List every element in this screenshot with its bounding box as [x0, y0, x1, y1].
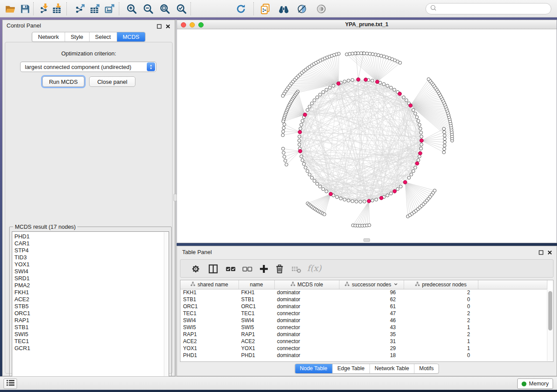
vertical-splitter-handle[interactable]	[173, 194, 177, 201]
graph-node[interactable]	[359, 200, 362, 203]
graph-node[interactable]	[343, 80, 346, 83]
graph-node[interactable]	[298, 143, 301, 146]
close-panel-icon[interactable]	[166, 23, 170, 31]
graph-node[interactable]	[371, 199, 374, 202]
graph-node[interactable]	[443, 151, 446, 154]
graph-node[interactable]	[348, 52, 351, 55]
graph-node[interactable]	[322, 90, 325, 93]
mcds-result-list[interactable]: PHD1CAR1STP4TID3YOX1SWI4SRD1PMA2FKH1ACE2…	[12, 231, 169, 385]
optimization-criterion-dropdown[interactable]: largest connected component (undirected)…	[20, 62, 156, 72]
table-row[interactable]: TEC1TEC1connector472	[180, 310, 547, 317]
memory-button[interactable]: Memory	[517, 378, 553, 389]
graph-node[interactable]	[402, 96, 405, 99]
graph-node[interactable]	[336, 196, 339, 199]
close-table-panel-icon[interactable]	[547, 249, 552, 257]
graph-mcds-node[interactable]	[420, 139, 423, 142]
sort-chevron-icon[interactable]	[394, 282, 398, 288]
float-table-panel-icon[interactable]	[539, 249, 543, 257]
search-input[interactable]	[437, 4, 551, 13]
graph-mcds-node[interactable]	[298, 130, 301, 134]
graph-node[interactable]	[315, 182, 318, 185]
mcds-result-item[interactable]: STB1	[12, 324, 169, 331]
graph-node[interactable]	[414, 112, 417, 115]
add-column-icon[interactable]	[258, 263, 270, 275]
mcds-result-item[interactable]: YOX1	[12, 261, 169, 268]
tab-mcds[interactable]: MCDS	[117, 32, 145, 41]
import-network-icon[interactable]	[38, 3, 50, 15]
mcds-result-item[interactable]: RAP1	[12, 317, 169, 324]
table-row[interactable]: YOX1YOX1connector291	[180, 345, 547, 352]
graph-node[interactable]	[443, 131, 446, 134]
select-all-checks-icon[interactable]	[225, 263, 236, 275]
tab-motifs[interactable]: Motifs	[414, 364, 438, 373]
graph-node[interactable]	[323, 213, 326, 216]
clone-network-icon[interactable]	[259, 3, 271, 15]
graph-node[interactable]	[310, 176, 313, 179]
graph-node[interactable]	[308, 173, 311, 176]
graph-node[interactable]	[443, 141, 446, 144]
search-box[interactable]	[426, 3, 551, 14]
graph-node[interactable]	[308, 105, 311, 108]
zoom-in-icon[interactable]	[126, 3, 138, 15]
close-panel-button[interactable]: Close panel	[89, 76, 135, 87]
window-zoom-button[interactable]	[198, 22, 204, 28]
tab-network[interactable]: Network	[32, 32, 65, 41]
graph-node[interactable]	[414, 166, 417, 169]
graph-node[interactable]	[420, 135, 423, 138]
mcds-result-item[interactable]: FKH1	[12, 289, 169, 296]
clear-checks-icon[interactable]	[242, 263, 253, 275]
horizontal-splitter-handle[interactable]	[363, 238, 370, 242]
graph-node[interactable]	[283, 155, 286, 158]
graph-mcds-node[interactable]	[367, 199, 370, 203]
graph-mcds-node[interactable]	[303, 113, 307, 117]
graph-node[interactable]	[443, 148, 446, 151]
graph-mcds-node[interactable]	[329, 192, 332, 196]
graph-node[interactable]	[306, 169, 309, 172]
mcds-result-item[interactable]: SRD1	[12, 275, 169, 282]
graph-node[interactable]	[420, 143, 423, 146]
graph-mcds-node[interactable]	[415, 162, 419, 165]
graph-node[interactable]	[306, 108, 309, 111]
graph-node[interactable]	[282, 130, 285, 133]
graph-mcds-node[interactable]	[398, 92, 401, 96]
tab-style[interactable]: Style	[65, 32, 89, 41]
graph-node[interactable]	[343, 198, 346, 201]
table-row[interactable]: ACE2ACE2connector311	[180, 338, 547, 345]
tab-network-table[interactable]: Network Table	[370, 364, 414, 373]
graph-node[interactable]	[427, 78, 430, 81]
graph-node[interactable]	[304, 166, 307, 169]
graph-node[interactable]	[368, 224, 371, 227]
graph-node[interactable]	[301, 158, 304, 162]
delete-column-icon[interactable]	[274, 263, 285, 275]
graph-node[interactable]	[282, 151, 285, 154]
graph-node[interactable]	[283, 123, 286, 126]
table-row[interactable]: FKH1FKH1dominator962	[180, 289, 547, 296]
graph-node[interactable]	[419, 147, 422, 150]
graph-node[interactable]	[417, 119, 420, 122]
graph-node[interactable]	[386, 84, 389, 87]
settings-gear-icon[interactable]	[190, 263, 201, 275]
graph-node[interactable]	[419, 127, 422, 130]
tab-node-table[interactable]: Node Table	[295, 364, 332, 373]
column-header-predecessor-nodes[interactable]: predecessor nodes	[404, 280, 478, 289]
graph-node[interactable]	[418, 123, 421, 126]
graph-node[interactable]	[363, 200, 366, 203]
graph-node[interactable]	[282, 120, 285, 123]
column-header-name[interactable]: name	[239, 280, 274, 289]
graph-node[interactable]	[315, 96, 318, 99]
graph-node[interactable]	[443, 134, 446, 137]
graph-node[interactable]	[354, 52, 357, 55]
graph-node[interactable]	[325, 88, 328, 91]
graph-node[interactable]	[405, 99, 408, 102]
graph-node[interactable]	[443, 127, 446, 131]
graph-node[interactable]	[325, 190, 328, 193]
split-columns-icon[interactable]	[208, 263, 219, 275]
export-table-icon[interactable]	[89, 3, 101, 15]
graph-mcds-node[interactable]	[403, 180, 407, 184]
graph-node[interactable]	[371, 79, 374, 82]
graph-node[interactable]	[281, 147, 284, 150]
graph-node[interactable]	[351, 79, 354, 82]
mcds-result-item[interactable]: TEC1	[12, 338, 169, 345]
zoom-selected-icon[interactable]	[176, 3, 187, 15]
graph-node[interactable]	[351, 199, 354, 203]
